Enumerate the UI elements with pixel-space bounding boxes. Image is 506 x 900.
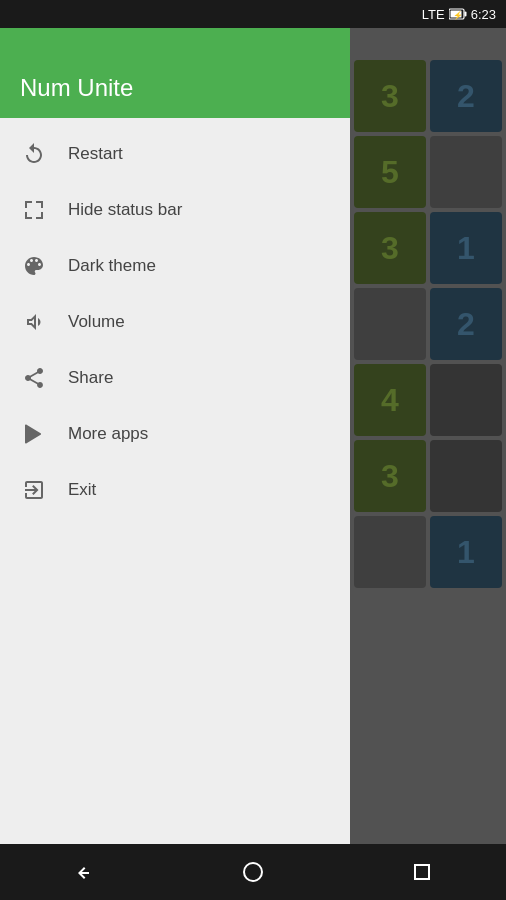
time-display: 6:23 (471, 7, 496, 22)
menu-item-hide-status-bar[interactable]: Hide status bar (0, 182, 350, 238)
fullscreen-icon (20, 196, 48, 224)
svg-rect-1 (464, 12, 466, 17)
status-icons: LTE ⚡ 6:23 (422, 7, 496, 22)
battery-icon: ⚡ (449, 8, 467, 20)
volume-icon (20, 308, 48, 336)
app-title: Num Unite (20, 74, 133, 102)
svg-text:⚡: ⚡ (453, 10, 463, 20)
menu-item-volume[interactable]: Volume (0, 294, 350, 350)
recents-button[interactable] (392, 852, 452, 892)
drawer-header: Num Unite (0, 28, 350, 118)
share-icon (20, 364, 48, 392)
volume-label: Volume (68, 312, 125, 332)
bottom-nav (0, 844, 506, 900)
drawer-menu: Restart Hide status bar Dark theme (0, 118, 350, 844)
lte-indicator: LTE (422, 7, 445, 22)
more-apps-label: More apps (68, 424, 148, 444)
play-store-icon (20, 420, 48, 448)
hide-status-bar-label: Hide status bar (68, 200, 182, 220)
navigation-drawer: Num Unite Restart Hide status bar (0, 28, 350, 844)
exit-label: Exit (68, 480, 96, 500)
menu-item-dark-theme[interactable]: Dark theme (0, 238, 350, 294)
exit-icon (20, 476, 48, 504)
menu-item-share[interactable]: Share (0, 350, 350, 406)
palette-icon (20, 252, 48, 280)
dark-theme-label: Dark theme (68, 256, 156, 276)
svg-rect-5 (415, 865, 429, 879)
home-button[interactable] (223, 852, 283, 892)
menu-item-more-apps[interactable]: More apps (0, 406, 350, 462)
menu-item-restart[interactable]: Restart (0, 126, 350, 182)
share-label: Share (68, 368, 113, 388)
status-bar: LTE ⚡ 6:23 (0, 0, 506, 28)
restart-label: Restart (68, 144, 123, 164)
restart-icon (20, 140, 48, 168)
svg-point-4 (244, 863, 262, 881)
back-button[interactable] (54, 852, 114, 892)
menu-item-exit[interactable]: Exit (0, 462, 350, 518)
